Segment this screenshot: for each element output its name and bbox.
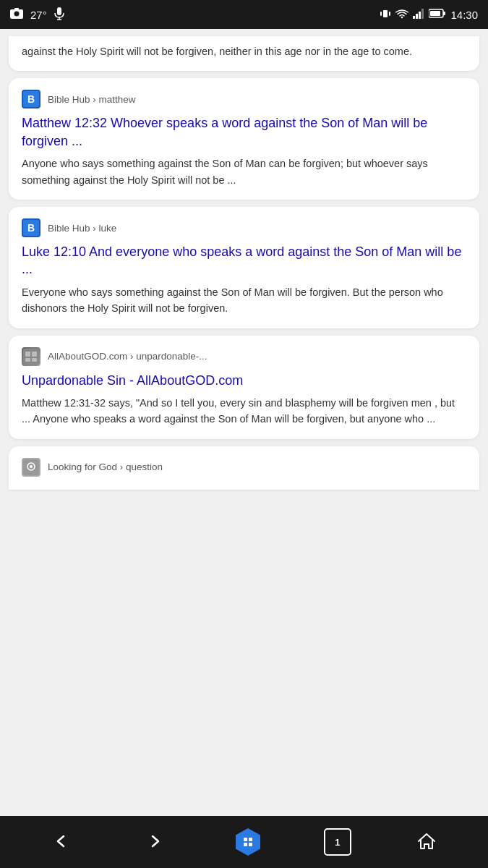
result-title-luke[interactable]: Luke 12:10 And everyone who speaks a wor… xyxy=(22,243,466,278)
search-results: against the Holy Spirit will not be forg… xyxy=(0,29,488,816)
status-right: 14:30 xyxy=(380,8,478,22)
svg-rect-16 xyxy=(23,349,39,365)
svg-rect-12 xyxy=(421,9,424,19)
mic-icon xyxy=(54,7,64,22)
status-left: 27° xyxy=(10,7,64,22)
vibrate-icon xyxy=(380,8,391,22)
clock: 14:30 xyxy=(450,9,478,21)
temperature: 27° xyxy=(30,9,47,21)
result-card-matthew: B Bible Hub › matthew Matthew 12:32 Whoe… xyxy=(9,78,479,200)
favicon-biblehub-luke: B xyxy=(22,218,40,237)
svg-rect-6 xyxy=(383,10,388,17)
tabs-count: 1 xyxy=(335,837,340,848)
back-button[interactable] xyxy=(43,824,80,860)
svg-rect-26 xyxy=(249,838,252,841)
result-title-matthew[interactable]: Matthew 12:32 Whoever speaks a word agai… xyxy=(22,114,466,150)
home-button[interactable] xyxy=(408,824,445,860)
result-snippet-allaboutgod: Matthew 12:31-32 says, "And so I tell yo… xyxy=(22,395,466,427)
svg-point-23 xyxy=(30,465,33,468)
status-photo-icon xyxy=(10,8,23,21)
bottom-nav: 1 xyxy=(0,816,488,868)
source-text-luke: Bible Hub › luke xyxy=(48,223,116,234)
svg-rect-14 xyxy=(443,12,445,15)
result-source-partial: Looking for God › question xyxy=(22,458,466,477)
forward-button[interactable] xyxy=(137,824,173,860)
svg-rect-15 xyxy=(430,11,440,16)
battery-icon xyxy=(429,9,446,20)
svg-rect-18 xyxy=(32,352,37,357)
home-icon xyxy=(417,832,436,853)
tabs-button[interactable]: 1 xyxy=(324,828,351,856)
favicon-lookingforgod xyxy=(22,458,40,477)
forward-icon xyxy=(147,833,163,851)
partial-bottom-card: Looking for God › question xyxy=(9,446,479,490)
svg-rect-20 xyxy=(32,358,37,362)
wifi-icon xyxy=(395,9,408,21)
svg-marker-24 xyxy=(236,828,260,856)
source-text-allaboutgod: AllAboutGOD.com › unpardonable-... xyxy=(48,351,207,362)
status-bar: 27° xyxy=(0,0,488,29)
svg-rect-2 xyxy=(14,8,19,10)
source-text-matthew: Bible Hub › matthew xyxy=(48,94,136,105)
result-card-allaboutgod: AllAboutGOD.com › unpardonable-... Unpar… xyxy=(9,336,479,439)
partial-top-card: against the Holy Spirit will not be forg… xyxy=(9,36,479,71)
svg-rect-11 xyxy=(419,12,421,19)
source-text-partial: Looking for God › question xyxy=(48,461,163,472)
result-source-matthew: B Bible Hub › matthew xyxy=(22,90,466,109)
result-source-luke: B Bible Hub › luke xyxy=(22,218,466,237)
svg-rect-10 xyxy=(416,14,418,19)
partial-top-snippet: against the Holy Spirit will not be forg… xyxy=(22,43,466,59)
result-source-allaboutgod: AllAboutGOD.com › unpardonable-... xyxy=(22,347,466,366)
signal-icon xyxy=(413,9,424,21)
svg-rect-25 xyxy=(244,838,247,841)
favicon-biblehub-matthew: B xyxy=(22,90,40,109)
svg-rect-19 xyxy=(25,358,30,362)
result-title-allaboutgod[interactable]: Unpardonable Sin - AllAboutGOD.com xyxy=(22,372,466,389)
browser-button[interactable] xyxy=(230,824,266,860)
svg-rect-28 xyxy=(249,843,252,846)
svg-rect-17 xyxy=(25,352,30,357)
svg-point-1 xyxy=(14,12,20,17)
back-icon xyxy=(53,833,69,851)
result-card-luke: B Bible Hub › luke Luke 12:10 And everyo… xyxy=(9,207,479,328)
svg-rect-9 xyxy=(413,16,415,19)
svg-rect-7 xyxy=(380,12,382,16)
svg-rect-27 xyxy=(244,843,247,846)
favicon-allaboutgod xyxy=(22,347,40,366)
result-snippet-matthew: Anyone who says something against the So… xyxy=(22,156,466,188)
svg-rect-3 xyxy=(57,7,61,15)
result-snippet-luke: Everyone who says something against the … xyxy=(22,284,466,317)
svg-rect-8 xyxy=(389,12,390,16)
